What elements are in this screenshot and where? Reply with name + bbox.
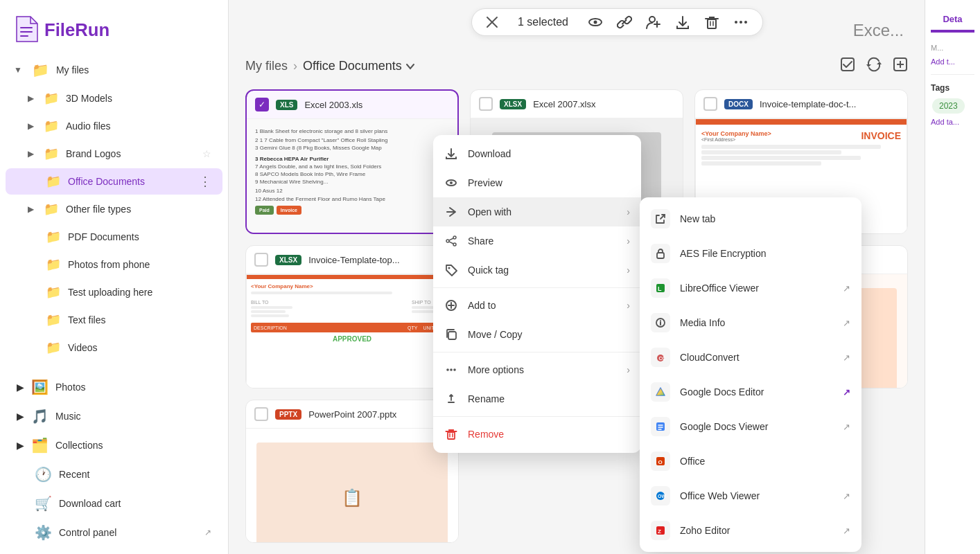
sidebar-item-photos[interactable]: ▶ 🖼️ Photos (6, 373, 222, 401)
external-link-icon: ↗ (843, 387, 850, 397)
sidebar-item-my-files[interactable]: ▼ 📁 My files (6, 56, 222, 84)
submenu-aes-encryption[interactable]: AES File Encryption (640, 236, 861, 271)
close-selection-button[interactable] (486, 16, 498, 28)
sidebar-item-test-uploading[interactable]: 📁 Test uploading here (6, 279, 222, 305)
chevron-right-icon: › (627, 235, 630, 247)
submenu-media-info[interactable]: Media Info ↗ (640, 305, 861, 340)
right-panel-tags-label: Tags (931, 80, 974, 96)
svg-point-36 (453, 368, 456, 371)
sidebar-item-3d-models[interactable]: ▶ 📁 3D Models (6, 85, 222, 111)
trash-icon (444, 428, 458, 440)
sidebar-item-label: Recent (59, 469, 89, 480)
filerun-logo-text: FileRun (44, 16, 121, 42)
file-card-excel-2003[interactable]: ✓ XLS Excel 2003.xls 1 Blank Sheet for e… (245, 89, 459, 234)
open-with-icon (444, 206, 458, 218)
info-icon (651, 313, 670, 332)
breadcrumb-actions (840, 57, 908, 75)
submenu-zoho-editor[interactable]: Z Zoho Editor ↗ (640, 513, 861, 548)
context-menu-download[interactable]: Download (433, 139, 641, 168)
file-checkbox[interactable] (703, 97, 717, 111)
file-checkbox[interactable]: ✓ (255, 98, 269, 111)
sidebar-item-audio-files[interactable]: ▶ 📁 Audio files (6, 113, 222, 139)
svg-point-35 (450, 368, 453, 371)
share-user-button[interactable] (646, 15, 661, 30)
sidebar-item-photos-from-phone[interactable]: 📁 Photos from phone (6, 251, 222, 278)
breadcrumb-current[interactable]: Office Documents (303, 59, 416, 73)
more-options-icon[interactable]: ⋮ (199, 174, 211, 189)
sidebar-item-videos[interactable]: 📁 Videos (6, 334, 222, 361)
submenu-google-docs-viewer[interactable]: Google Docs Viewer ↗ (640, 409, 861, 444)
recent-icon: 🕐 (35, 466, 52, 483)
context-menu-add-to[interactable]: Add to › (433, 291, 641, 320)
sidebar-item-download-cart[interactable]: 🛒 Download cart (6, 490, 222, 517)
submenu-cloudconvert[interactable]: CC CloudConvert ↗ (640, 340, 861, 375)
sidebar-item-text-files[interactable]: 📁 Text files (6, 307, 222, 333)
sidebar-item-music[interactable]: ▶ 🎵 Music (6, 402, 222, 430)
svg-point-25 (453, 243, 456, 246)
file-name: Excel 2007.xlsx (533, 99, 674, 109)
context-menu-remove[interactable]: Remove (433, 420, 641, 449)
refresh-button[interactable] (866, 57, 882, 75)
submenu-label: Google Docs Viewer (680, 421, 833, 432)
sidebar-item-recent[interactable]: 🕐 Recent (6, 461, 222, 488)
submenu-libreoffice-viewer[interactable]: L LibreOffice Viewer ↗ (640, 271, 861, 305)
music-icon: 🎵 (31, 408, 49, 425)
link-button[interactable] (617, 15, 632, 30)
submenu-office-web-viewer[interactable]: OWV Office Web Viewer ↗ (640, 479, 861, 513)
submenu-google-docs-editor[interactable]: Google Docs Editor ↗ (640, 375, 861, 409)
submenu-office[interactable]: O Office (640, 444, 861, 479)
context-menu-more-options[interactable]: More options › (433, 355, 641, 384)
context-menu-quick-tag[interactable]: Quick tag › (433, 256, 641, 285)
libreoffice-icon: L (651, 278, 670, 298)
sidebar-item-other-file-types[interactable]: ▶ 📁 Other file types (6, 196, 222, 222)
sidebar-item-pdf-documents[interactable]: 📁 PDF Documents (6, 224, 222, 250)
context-menu-share[interactable]: Share › (433, 226, 641, 256)
file-card-pptx-2007[interactable]: PPTX PowerPoint 2007.pptx 📋 (245, 400, 459, 543)
file-card-invoice-xlsx[interactable]: XLSX Invoice-Template-top... <Your Compa… (245, 245, 459, 388)
context-menu-move-copy[interactable]: Move / Copy (433, 320, 641, 349)
file-checkbox[interactable] (254, 407, 268, 421)
chevron-right-icon: › (627, 206, 630, 217)
context-menu-label: Rename (468, 393, 630, 404)
svg-rect-33 (448, 332, 456, 339)
chevron-right-icon: ▶ (28, 121, 34, 131)
sidebar-item-label: PDF Documents (68, 231, 211, 242)
sidebar-item-label: Text files (68, 314, 211, 325)
folder-icon: 📁 (46, 174, 61, 189)
folder-icon: 📁 (44, 202, 59, 217)
upload-button[interactable] (893, 57, 908, 75)
sidebar-item-control-panel[interactable]: ⚙️ Control panel ↗ (6, 519, 222, 546)
delete-button[interactable] (704, 15, 719, 30)
file-name: Invoice-template-doc-t... (760, 99, 899, 109)
preview-button[interactable] (588, 15, 603, 30)
more-actions-button[interactable] (733, 15, 749, 30)
right-panel-add[interactable]: Add t... (931, 55, 974, 69)
svg-marker-17 (866, 64, 871, 67)
open-with-submenu: New tab AES File Encryption L LibreOffic… (640, 197, 861, 552)
select-all-button[interactable] (840, 57, 855, 75)
submenu-label: AES File Encryption (680, 248, 850, 259)
submenu-label: Google Docs Editor (680, 386, 833, 397)
sidebar-item-office-documents[interactable]: 📁 Office Documents ⋮ (6, 168, 222, 195)
context-menu-preview[interactable]: Preview (433, 168, 641, 197)
file-checkbox[interactable] (479, 97, 493, 111)
right-panel-tab-details[interactable]: Deta (931, 8, 974, 31)
file-preview: 1 Blank Sheet for electronic storage and… (247, 119, 457, 234)
context-menu-open-with[interactable]: Open with › (433, 197, 641, 226)
breadcrumb-parent[interactable]: My files (245, 59, 288, 73)
chevron-right-icon: › (627, 265, 630, 276)
svg-point-26 (446, 240, 449, 242)
file-name: Excel 2003.xls (304, 100, 449, 110)
tag-chip-2023[interactable]: 2023 (932, 98, 965, 114)
sidebar-item-collections[interactable]: ▶ 🗂️ Collections (6, 431, 222, 459)
office-web-icon: OWV (651, 486, 670, 506)
add-tag-button[interactable]: Add ta... (931, 115, 974, 129)
file-checkbox[interactable] (254, 253, 268, 267)
submenu-new-tab[interactable]: New tab (640, 202, 861, 236)
context-menu-rename[interactable]: Rename (433, 384, 641, 413)
sidebar-item-brand-logos[interactable]: ▶ 📁 Brand Logos ☆ (6, 141, 222, 167)
top-bar: 1 selected (471, 8, 925, 36)
star-icon[interactable]: ☆ (202, 148, 211, 159)
download-button[interactable] (675, 15, 690, 30)
external-link-icon: ↗ (843, 422, 850, 432)
